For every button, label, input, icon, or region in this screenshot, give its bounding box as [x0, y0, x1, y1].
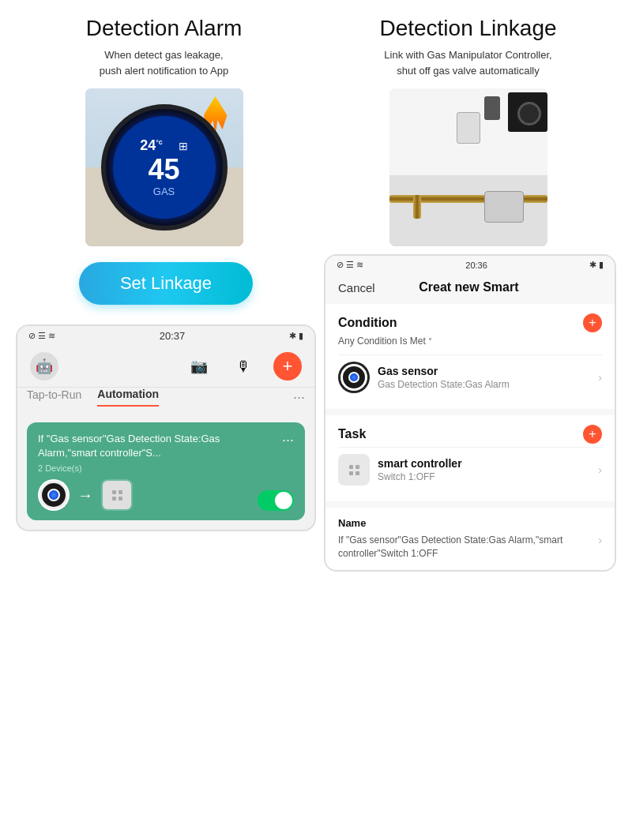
auto-card-meta: 2 Device(s): [38, 463, 294, 473]
top-section: Detection Alarm When detect gas leakage,…: [0, 0, 632, 254]
cancel-button[interactable]: Cancel: [338, 281, 375, 294]
gas-circle-display: 24°c ⊞ 45 GAS: [101, 104, 228, 231]
condition-sub-text: Any Condition Is Met ˅: [338, 336, 602, 347]
tab-automation[interactable]: Automation: [97, 388, 159, 407]
smart-status-right: ✱ ▮: [589, 260, 604, 270]
detection-alarm-title: Detection Alarm: [86, 16, 243, 41]
condition-caret-icon[interactable]: ˅: [428, 337, 432, 346]
controller-item-name: smart controller: [378, 457, 590, 470]
bottom-left-column: Set Linkage ⊘ ☰ ≋ 20:37 ✱ ▮ 🤖 📷 🎙: [16, 254, 316, 572]
controller-item-texts: smart controller Switch 1:OFF: [378, 457, 590, 482]
controller-task-icon: [338, 454, 370, 486]
auto-toggle-switch[interactable]: [258, 490, 294, 511]
tab-more-button[interactable]: ···: [293, 389, 305, 406]
toggle-knob: [275, 492, 292, 509]
auto-card-menu-button[interactable]: ···: [282, 432, 294, 448]
gas-sensor-device-icon: [38, 479, 70, 511]
mic-icon[interactable]: 🎙: [229, 352, 258, 381]
phone-right-mockup: ⊘ ☰ ≋ 20:36 ✱ ▮ Cancel Creat new Smart C…: [324, 254, 616, 572]
smart-header: Cancel Creat new Smart: [325, 274, 615, 304]
phone-tabs: Tap-to-Run Automation ···: [17, 388, 314, 407]
gas-temp: 24°c: [140, 137, 163, 154]
detection-linkage-column: Detection Linkage Link with Gas Manipula…: [320, 16, 616, 246]
arrow-right-icon: →: [77, 486, 93, 504]
gas-sensor-condition-icon: [338, 362, 370, 393]
gas-sensor-item-texts: Gas sensor Gas Detection State:Gas Alarm: [378, 365, 590, 390]
condition-section: Condition + Any Condition Is Met ˅ Ga: [325, 304, 615, 409]
detection-linkage-desc: Link with Gas Manipulator Controller,shu…: [384, 47, 551, 79]
smart-status-time: 20:36: [465, 261, 487, 270]
task-title: Task: [338, 427, 366, 441]
condition-title: Condition: [338, 316, 397, 330]
detection-linkage-title: Detection Linkage: [379, 16, 556, 41]
avatar[interactable]: 🤖: [30, 352, 58, 381]
name-value-text: If "Gas sensor"Gas Detection State:Gas A…: [338, 534, 592, 561]
task-item-chevron: ›: [598, 463, 602, 476]
name-section: Name If "Gas sensor"Gas Detection State:…: [325, 508, 615, 570]
linkage-image: [389, 88, 547, 246]
condition-item-chevron: ›: [598, 371, 602, 384]
status-left-icons: ⊘ ☰ ≋: [28, 331, 55, 341]
controller-item-sub: Switch 1:OFF: [378, 471, 590, 482]
condition-add-button[interactable]: +: [583, 313, 602, 332]
gas-ppm-value: 45: [148, 156, 179, 184]
gas-unit-label: GAS: [153, 186, 175, 197]
automation-card[interactable]: If "Gas sensor"Gas Detection State:Gas A…: [27, 422, 305, 520]
camera-icon[interactable]: 📷: [185, 352, 213, 381]
nav-icons: 📷 🎙 +: [185, 352, 302, 381]
tab-tap-to-run[interactable]: Tap-to-Run: [27, 388, 81, 406]
gas-sensor-image: 24°c ⊞ 45 GAS: [85, 88, 243, 246]
task-section: Task +: [325, 415, 615, 501]
phone-right-column: ⊘ ☰ ≋ 20:36 ✱ ▮ Cancel Creat new Smart C…: [324, 254, 616, 572]
battery-icon: ▮: [299, 331, 303, 341]
task-controller-item[interactable]: smart controller Switch 1:OFF ›: [338, 447, 602, 492]
set-linkage-button[interactable]: Set Linkage: [79, 262, 253, 305]
name-value-row[interactable]: If "Gas sensor"Gas Detection State:Gas A…: [338, 534, 602, 561]
name-label: Name: [338, 517, 602, 529]
gas-sensor-item-name: Gas sensor: [378, 365, 590, 377]
phone-left-content: If "Gas sensor"Gas Detection State:Gas A…: [17, 413, 314, 530]
auto-card-devices: →: [38, 479, 294, 511]
phone-left-mockup: ⊘ ☰ ≋ 20:37 ✱ ▮ 🤖 📷 🎙 + Tap-to-Run: [16, 324, 316, 531]
gas-sensor-item-sub: Gas Detection State:Gas Alarm: [378, 379, 590, 390]
gas-wifi-icon: ⊞: [179, 140, 188, 152]
smart-status-left: ⊘ ☰ ≋: [337, 260, 363, 270]
status-time-left: 20:37: [160, 330, 186, 342]
condition-section-header: Condition +: [338, 313, 602, 332]
task-section-header: Task +: [338, 425, 602, 444]
bluetooth-icon: ✱: [289, 331, 296, 341]
phone-left-status-bar: ⊘ ☰ ≋ 20:37 ✱ ▮: [17, 326, 314, 346]
smart-title: Creat new Smart: [419, 280, 518, 294]
name-chevron-icon: ›: [598, 534, 602, 546]
auto-card-title: If "Gas sensor"Gas Detection State:Gas A…: [38, 432, 274, 460]
controller-device-icon: [101, 479, 133, 511]
add-button[interactable]: +: [273, 352, 302, 381]
task-add-button[interactable]: +: [583, 425, 602, 444]
status-right-icons: ✱ ▮: [289, 331, 303, 341]
signal-icons: ⊘ ☰ ≋: [28, 331, 55, 341]
detection-alarm-desc: When detect gas leakage,push alert notif…: [100, 47, 228, 79]
bottom-section: Set Linkage ⊘ ☰ ≋ 20:37 ✱ ▮ 🤖 📷 🎙: [0, 254, 632, 587]
phone-left-nav: 🤖 📷 🎙 +: [17, 346, 314, 388]
smart-status-bar: ⊘ ☰ ≋ 20:36 ✱ ▮: [325, 256, 615, 274]
detection-alarm-column: Detection Alarm When detect gas leakage,…: [16, 16, 312, 246]
condition-gas-sensor-item[interactable]: Gas sensor Gas Detection State:Gas Alarm…: [338, 354, 602, 399]
